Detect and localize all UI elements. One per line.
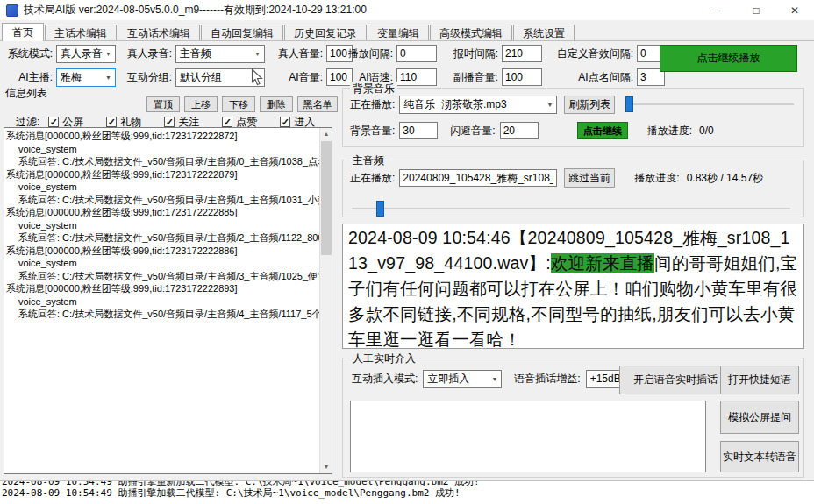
main-audio-seek-slider[interactable] bbox=[352, 208, 790, 209]
real-recording-label: 真人录音: bbox=[116, 46, 172, 61]
manual-text-input[interactable] bbox=[350, 401, 706, 472]
right-settings-row-1: 播放间隔: 报时间隔: 自定义音效间隔: bbox=[342, 44, 677, 63]
time-report-input[interactable] bbox=[502, 45, 542, 62]
bgm-row-1: 正在播放: 纯音乐_沏茶敬茶.mp3 ▼ 刷新列表 bbox=[350, 95, 615, 114]
window-controls: – □ ✕ bbox=[698, 0, 814, 20]
play-interval-input[interactable] bbox=[396, 45, 437, 62]
pin-top-button[interactable]: 置顶 bbox=[146, 96, 180, 112]
interact-group-label: 互动分组: bbox=[116, 70, 172, 85]
scroll-up-icon[interactable]: ▲ bbox=[320, 128, 332, 140]
scrollbar-thumb[interactable] bbox=[321, 141, 332, 255]
main-progress-value: 0.83秒 / 14.57秒 bbox=[687, 171, 763, 186]
tab-interact-script-edit[interactable]: 互动话术编辑 bbox=[118, 25, 200, 41]
main-audio-group-title: 主音频 bbox=[350, 153, 387, 168]
list-item[interactable]: 系统消息[000000,粉丝团等级:999,tid:1723172222872] bbox=[6, 130, 332, 143]
quick-phrase-button[interactable]: 打开快捷短语 bbox=[720, 366, 799, 394]
bgm-now-playing-select[interactable]: 纯音乐_沏茶敬茶.mp3 ▼ bbox=[399, 96, 557, 114]
bg-volume-input[interactable] bbox=[399, 122, 438, 139]
sub-volume-input[interactable] bbox=[502, 68, 542, 86]
scroll-down-icon[interactable]: ▼ bbox=[320, 461, 332, 473]
tab-bar: 首页 主话术编辑 互动话术编辑 自动回复编辑 历史回复记录 变量编辑 高级模式编… bbox=[2, 23, 575, 41]
title-bar: 技术局AI版 ver:2024-08-05v5.0.0_m9-------有效期… bbox=[0, 0, 814, 20]
list-item[interactable]: voice_system bbox=[6, 295, 332, 309]
left-settings-row-1: 系统模式: 真人录音 ▼ 真人录音: 主音频 ▼ 真人音量: bbox=[7, 44, 353, 63]
ai-volume-label: AI音量: bbox=[265, 70, 323, 85]
play-interval-label: 播放间隔: bbox=[342, 46, 393, 61]
log-line: 2024-08-09 10:54:49 助播引擎重新加载二代模型: C:\技术局… bbox=[2, 480, 814, 487]
refresh-list-button[interactable]: 刷新列表 bbox=[564, 96, 615, 114]
sub-volume-label: 副播音量: bbox=[447, 70, 498, 85]
chevron-down-icon: ▼ bbox=[491, 376, 497, 382]
log-line: 2024-08-09 10:54:49 助播引擎加载二代模型: C:\技术局~1… bbox=[2, 487, 814, 499]
move-down-button[interactable]: 下移 bbox=[222, 96, 255, 112]
checkbox-checked-icon[interactable]: ✓ bbox=[222, 117, 232, 127]
main-audio-slider-thumb[interactable] bbox=[376, 201, 384, 217]
manual-group-title: 人工实时介入 bbox=[350, 351, 418, 366]
checkbox-checked-icon[interactable]: ✓ bbox=[280, 117, 290, 127]
tab-history-reply[interactable]: 历史回复记录 bbox=[284, 25, 367, 41]
voice-insert-button[interactable]: 开启语音实时插话 bbox=[619, 366, 732, 394]
insert-mode-label: 互动插入模式: bbox=[352, 372, 418, 387]
mouse-cursor bbox=[251, 68, 264, 87]
left-settings-row-2: AI主播: 雅梅 ▼ 互动分组: 默认分组 ▼ AI音量: bbox=[7, 67, 353, 87]
bgm-progress-label: 播放进度: bbox=[647, 124, 692, 138]
minimize-icon[interactable]: – bbox=[698, 0, 737, 20]
ai-host-label: AI主播: bbox=[7, 70, 53, 85]
tab-main-script-edit[interactable]: 主话术编辑 bbox=[45, 25, 117, 41]
tab-auto-reply-edit[interactable]: 自动回复编辑 bbox=[201, 25, 283, 41]
bgm-group: 背景音乐 正在播放: 纯音乐_沏茶敬茶.mp3 ▼ 刷新列表 背景音量: 闪避音… bbox=[342, 88, 804, 147]
main-now-playing-label: 正在播放: bbox=[350, 171, 395, 186]
insert-mode-select[interactable]: 立即插入 ▼ bbox=[423, 370, 502, 388]
blacklist-button[interactable]: 黑名单 bbox=[297, 96, 338, 112]
main-progress-label: 播放进度: bbox=[634, 171, 679, 186]
list-item[interactable]: 系统消息[000000,粉丝团等级:999,tid:1723172222886] bbox=[6, 245, 332, 258]
list-item[interactable]: 系统消息[000000,粉丝团等级:999,tid:1723172222893] bbox=[6, 282, 332, 295]
move-up-button[interactable]: 上移 bbox=[184, 96, 218, 112]
duck-volume-input[interactable] bbox=[500, 122, 539, 139]
list-item[interactable]: voice_system bbox=[6, 219, 332, 232]
system-mode-select[interactable]: 真人录音 ▼ bbox=[56, 45, 116, 63]
maximize-icon[interactable]: □ bbox=[737, 0, 775, 20]
skip-current-button[interactable]: 跳过当前 bbox=[564, 168, 615, 188]
ai-speed-input[interactable] bbox=[396, 68, 437, 86]
main-audio-row-1: 正在播放: 跳过当前 播放进度: 0.83秒 / 14.57秒 bbox=[350, 168, 763, 188]
main-now-playing-input[interactable] bbox=[399, 169, 557, 187]
time-report-label: 报时间隔: bbox=[447, 46, 498, 61]
continue-play-button[interactable]: 点击继续播放 bbox=[660, 45, 797, 72]
real-recording-select[interactable]: 主音频 ▼ bbox=[175, 45, 265, 63]
checkbox-checked-icon[interactable]: ✓ bbox=[106, 117, 117, 127]
list-item[interactable]: 系统消息[000000,粉丝团等级:999,tid:1723172222885] bbox=[6, 206, 332, 219]
list-item[interactable]: 系统消息[000000,粉丝团等级:999,tid:1723172222879] bbox=[6, 168, 332, 181]
list-item[interactable]: voice_system bbox=[6, 181, 332, 194]
list-item[interactable]: voice_system bbox=[6, 257, 332, 270]
bgm-volume-slider[interactable] bbox=[625, 103, 794, 105]
manual-row-1: 互动插入模式: 立即插入 ▼ 语音插话增益: +15dB ▼ bbox=[352, 369, 640, 388]
bgm-slider-thumb[interactable] bbox=[625, 96, 633, 112]
list-item[interactable]: 系统回答: C:/技术局数据文件_v50/音频目录/主音频/1_主音频/1031… bbox=[6, 194, 332, 207]
close-icon[interactable]: ✕ bbox=[775, 0, 814, 20]
tab-home[interactable]: 首页 bbox=[2, 23, 44, 41]
tab-advanced-mode-edit[interactable]: 高级模式编辑 bbox=[430, 25, 512, 41]
chevron-down-icon: ▼ bbox=[546, 102, 553, 108]
bgm-continue-button[interactable]: 点击继续 bbox=[577, 122, 628, 139]
delete-button[interactable]: 删除 bbox=[260, 96, 293, 112]
duck-volume-label: 闪避音量: bbox=[450, 124, 495, 138]
checkbox-checked-icon[interactable]: ✓ bbox=[48, 117, 59, 127]
list-item[interactable]: 系统回答: C:/技术局数据文件_v50/音频目录/主音频/3_主音频/1025… bbox=[6, 270, 332, 283]
chevron-down-icon: ▼ bbox=[105, 75, 111, 81]
list-item[interactable]: 系统回答: C:/技术局数据文件_v50/音频目录/主音频/4_主音频/1117… bbox=[6, 308, 332, 321]
bgm-row-2: 背景音量: 闪避音量: 点击继续 播放进度: 0/0 bbox=[350, 121, 714, 140]
ai-host-select[interactable]: 雅梅 ▼ bbox=[56, 68, 116, 87]
transcript-highlight: 欢迎新来直播 bbox=[551, 253, 654, 273]
list-item[interactable]: 系统回答: C:/技术局数据文件_v50/音频目录/主音频/0_主音频/1038… bbox=[6, 155, 332, 168]
checkbox-checked-icon[interactable]: ✓ bbox=[164, 117, 175, 127]
bg-volume-label: 背景音量: bbox=[350, 124, 395, 138]
tts-button[interactable]: 实时文本转语音 bbox=[720, 441, 799, 472]
list-item[interactable]: voice_system bbox=[6, 143, 332, 156]
list-item[interactable]: 系统回答: C:/技术局数据文件_v50/音频目录/主音频/2_主音频/1122… bbox=[6, 231, 332, 245]
simulate-question-button[interactable]: 模拟公屏提问 bbox=[720, 401, 799, 434]
message-list[interactable]: 系统消息[000000,粉丝团等级:999,tid:1723172222872]… bbox=[4, 127, 332, 474]
tab-variable-edit[interactable]: 变量编辑 bbox=[368, 25, 429, 41]
message-list-scrollbar[interactable]: ▲ ▼ bbox=[319, 128, 332, 473]
tab-system-settings[interactable]: 系统设置 bbox=[513, 25, 575, 41]
